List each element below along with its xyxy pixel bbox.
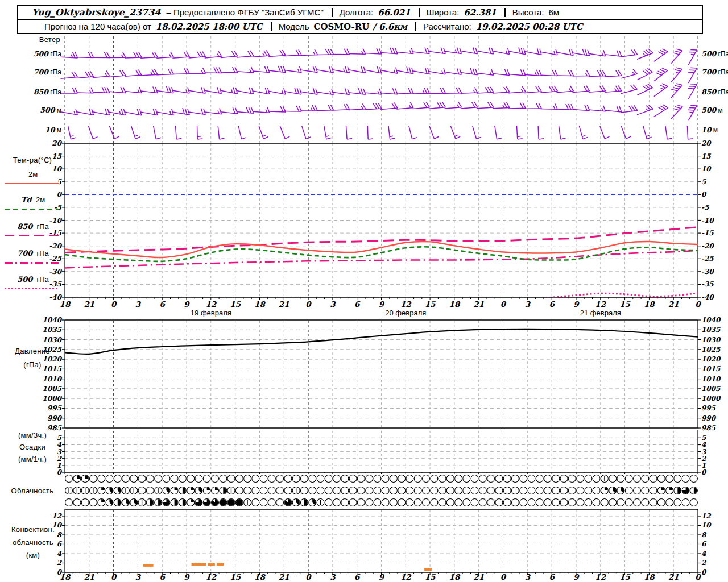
precip-label-line1: (мм/3ч.): [1, 431, 64, 439]
longitude-value: 66.021: [378, 7, 410, 18]
convective-label-line3: (км): [1, 551, 65, 559]
convective-label-line2: облачность: [1, 538, 65, 547]
header-divider: [415, 22, 416, 31]
station-name: Yug_Oktyabrskoye_23734: [32, 7, 160, 18]
longitude-label: Долгота:: [340, 7, 373, 17]
wind-section-title: Ветер: [3, 35, 60, 44]
pressure-label-line2: (гПа): [1, 360, 64, 369]
header: Yug_Oktyabrskoye_23734 – Предоставлено Ф…: [17, 5, 703, 34]
calc-label: Рассчитано:: [423, 22, 471, 31]
altitude-label: Высота:: [512, 7, 544, 17]
calc-time: 19.02.2025 00:28 UTC: [476, 22, 583, 32]
header-divider: [271, 22, 272, 31]
header-row-1: Yug_Oktyabrskoye_23734 – Предоставлено Ф…: [18, 6, 702, 19]
precip-label-line3: (мм/1ч.): [1, 455, 64, 463]
latitude-label: Широта:: [427, 7, 460, 17]
pressure-label-line1: Давление: [1, 347, 64, 355]
precip-label-line2: Осадки: [1, 443, 64, 451]
forecast-label: Прогноз на 120 часа(ов) от: [44, 22, 151, 31]
convective-label-line1: Конвективн.: [1, 525, 65, 534]
header-row-2: Прогноз на 120 часа(ов) от 18.02.2025 18…: [18, 19, 702, 33]
model-resolution: / 6.6км: [373, 22, 407, 32]
model-label: Модель: [279, 22, 309, 31]
header-divider: [419, 8, 420, 17]
meteogram-plot: [0, 0, 728, 582]
latitude-value: 62.381: [464, 7, 496, 18]
model-name: COSMO-RU: [313, 22, 369, 32]
temperature-section-title: Тем-ра(°C): [1, 156, 64, 164]
chart-svg: [0, 0, 728, 582]
forecast-time: 18.02.2025 18:00 UTC: [156, 22, 263, 32]
meteogram-screen: Yug_Oktyabrskoye_23734 – Предоставлено Ф…: [0, 0, 728, 582]
provider-text: – Предоставлено ФГБУ "ЗапСиб УГМС": [166, 7, 323, 17]
header-divider: [332, 8, 333, 17]
clouds-section-title: Облачность: [1, 487, 64, 495]
altitude-value: 6м: [548, 7, 559, 17]
header-divider: [504, 8, 506, 17]
